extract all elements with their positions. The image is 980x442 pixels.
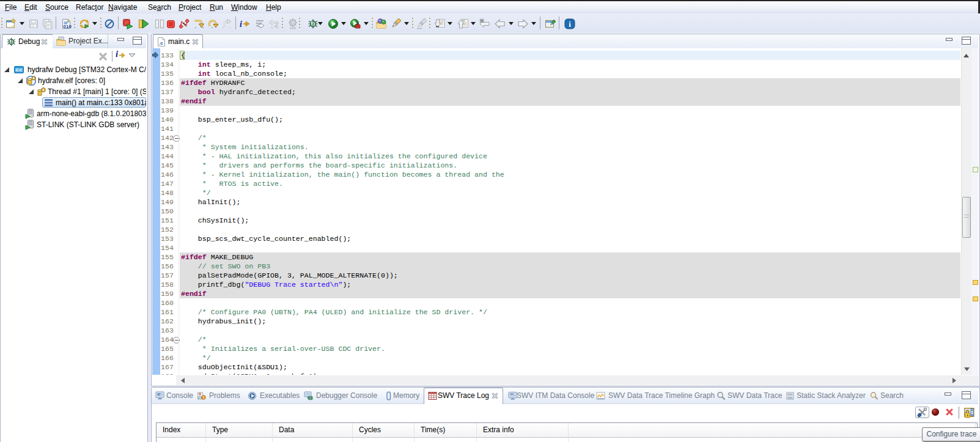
svg-text:010: 010 — [64, 24, 72, 29]
svg-text:.c: .c — [159, 40, 163, 46]
svg-text:i: i — [569, 20, 571, 29]
svg-text:i: i — [240, 20, 242, 29]
svg-text:IDE: IDE — [15, 68, 23, 72]
